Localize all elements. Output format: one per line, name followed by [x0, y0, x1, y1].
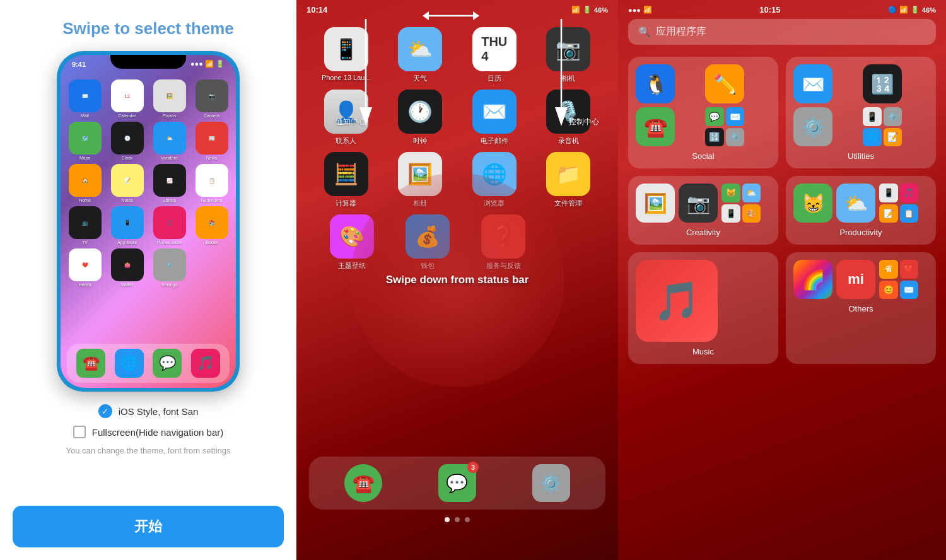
app-calendar: 12 Calendar — [108, 79, 146, 118]
productivity-folder-label: Productivity — [793, 228, 928, 237]
right-time: 10:15 — [759, 5, 780, 15]
page-dot-3 — [465, 517, 470, 522]
folder-others[interactable]: 🌈 mi 省 ❤️ 😊 ✉️ Others — [786, 252, 936, 364]
app-weather-mid: ⛅ 天气 — [388, 27, 452, 83]
app-appstore: 📱 App Store — [108, 206, 146, 245]
music-folder-label: Music — [636, 347, 771, 356]
app-clock-mid: 🕐 时钟 — [388, 90, 452, 146]
phone-time: 9:41 — [72, 61, 86, 68]
dock-phone-mid: ☎️ — [344, 464, 382, 502]
search-placeholder-text: 应用程序库 — [656, 25, 706, 38]
notification-center-label: 通知中心 — [336, 117, 366, 127]
utilities-folder-label: Utilities — [793, 151, 928, 161]
app-maps: 🗺️ Maps — [66, 122, 104, 160]
music-app-icon: 🎵 — [636, 260, 718, 342]
app-itunes: 🎵 iTunes Store — [150, 206, 189, 245]
app-stocks: 📈 Stocks — [150, 164, 189, 202]
app-camera: 📷 Camera — [192, 79, 231, 118]
social-folder-label: Social — [636, 151, 771, 161]
hint-text: You can change the theme, font from sett… — [66, 446, 230, 455]
phone-dock: ☎️ 🌐 💬 🎵 — [67, 344, 230, 383]
swipe-instruction-text: Swipe down from status bar — [386, 274, 529, 286]
dock-safari: 🌐 — [115, 349, 144, 378]
page-dot-1 — [445, 517, 450, 522]
folder-social[interactable]: 🐧 ✏️ ☎️ 💬 ✉️ 🔢 ⚙️ Social — [628, 57, 778, 168]
app-calendar-mid: THU4 日历 — [463, 27, 526, 83]
others-app-nova: 🌈 — [793, 260, 832, 299]
fullscreen-option[interactable]: Fullscreen(Hide navigation bar) — [73, 426, 223, 438]
ios-style-option[interactable]: ✓ iOS Style, font San — [98, 404, 199, 418]
phone-mockup: 9:41 ●●● 📶 🔋 ✉️ Mail 12 Calendar 🖼️ Phot… — [57, 51, 240, 392]
svg-marker-7 — [473, 11, 479, 20]
app-health: ❤️ Health — [66, 248, 104, 287]
app-library-grid: 🐧 ✏️ ☎️ 💬 ✉️ 🔢 ⚙️ Social ✉️ 🔢 ⚙️ 📱 — [628, 57, 936, 364]
left-title: Swipe to select theme — [62, 19, 234, 38]
app-weather: ⛅ Weather — [150, 122, 189, 160]
phone-notch — [110, 55, 186, 69]
social-app-phone: ☎️ — [636, 107, 675, 146]
productivity-mini-apps: 📱 🎵 📝 📋 — [879, 184, 918, 223]
creativity-app-photos: 🖼️ — [636, 184, 675, 223]
app-email: ✉️ 电子邮件 — [463, 90, 526, 146]
swipe-horizontal-arrows — [419, 6, 482, 25]
fullscreen-label: Fullscreen(Hide navigation bar) — [92, 427, 223, 438]
folder-utilities[interactable]: ✉️ 🔢 ⚙️ 📱 ⚙️ 🌐 📝 Utilities — [786, 57, 936, 168]
page-dots — [445, 517, 470, 522]
middle-time: 10:14 — [307, 5, 327, 15]
ios-style-checkbox[interactable]: ✓ — [98, 404, 112, 418]
app-home: 🏠 Home — [66, 164, 104, 202]
dock-phone: ☎️ — [76, 349, 105, 378]
creativity-folder-label: Creativity — [636, 228, 771, 237]
page-dot-2 — [455, 517, 460, 522]
app-tv: 📺 TV — [66, 206, 104, 245]
creativity-app-camera: 📷 — [679, 184, 718, 223]
folder-productivity[interactable]: 😸 ⛅ 📱 🎵 📝 📋 Productivity — [786, 176, 936, 245]
app-clock: 🕐 Clock — [108, 122, 146, 160]
phone-status-icons: ●●● 📶 🔋 — [190, 60, 225, 68]
dock-settings-mid: ⚙️ — [532, 464, 570, 502]
util-app-settings: ⚙️ — [793, 107, 832, 146]
social-mini-apps: 💬 ✉️ 🔢 ⚙️ — [705, 107, 744, 146]
start-button[interactable]: 开始 — [13, 506, 284, 547]
fullscreen-checkbox[interactable] — [73, 426, 86, 438]
others-folder-label: Others — [793, 304, 928, 313]
dock-messages-mid: 💬 3 — [438, 464, 476, 502]
control-arrow — [542, 19, 580, 132]
creativity-mini-apps: 😸 ⛅ 📱 🎨 — [721, 184, 761, 223]
app-reminders: 📋 Reminders — [192, 164, 231, 202]
app-settings: ⚙️ Settings — [150, 248, 189, 287]
app-wallet: 👛 Wallet — [108, 248, 146, 287]
search-bar[interactable]: 🔍 应用程序库 — [628, 19, 936, 45]
middle-dock: ☎️ 💬 3 ⚙️ — [309, 457, 605, 510]
right-status-bar: ●●● 📶 10:15 🔵 📶 🔋 46% — [618, 0, 946, 20]
productivity-app-cat: 😸 — [793, 184, 832, 223]
others-app-mi: mi — [836, 260, 875, 299]
social-app-qq: 🐧 — [636, 64, 675, 103]
left-panel: Swipe to select theme 9:41 ●●● 📶 🔋 ✉️ Ma… — [0, 0, 296, 560]
productivity-app-weather: ⛅ — [836, 184, 875, 223]
ios-style-label: iOS Style, font San — [119, 406, 199, 417]
svg-marker-3 — [555, 107, 568, 126]
control-center-label: 控制中心 — [569, 117, 599, 127]
phone-screen: 9:41 ●●● 📶 🔋 ✉️ Mail 12 Calendar 🖼️ Phot… — [61, 55, 236, 388]
util-app-calc: 🔢 — [863, 64, 902, 103]
app-notes: 📝 Notes — [108, 164, 146, 202]
folder-creativity[interactable]: 🖼️ 📷 😸 ⛅ 📱 🎨 Creativity — [628, 176, 778, 245]
notification-arrow — [347, 19, 385, 132]
app-filemanager: 📁 文件管理 — [537, 152, 600, 208]
others-mini-apps: 省 ❤️ 😊 ✉️ — [879, 260, 918, 299]
middle-panel: 10:14 📶 🔋 46% 📱 Phone 13 Lau... ⛅ 天气 THU… — [296, 0, 618, 560]
util-app-mail: ✉️ — [793, 64, 832, 103]
svg-marker-5 — [423, 11, 429, 20]
folder-music[interactable]: 🎵 Music — [628, 252, 778, 364]
social-app-pages: ✏️ — [705, 64, 744, 103]
search-icon: 🔍 — [638, 26, 651, 38]
app-ibooks: 📚 iBooks — [192, 206, 231, 245]
app-photos: 🖼️ Photos — [150, 79, 189, 118]
app-mail: ✉️ Mail — [66, 79, 104, 118]
dock-messages: 💬 — [153, 349, 182, 378]
app-news: 📰 News — [192, 122, 231, 160]
app-calculator: 🧮 计算器 — [315, 152, 378, 208]
right-panel: ●●● 📶 10:15 🔵 📶 🔋 46% 🔍 应用程序库 🐧 ✏️ ☎️ 💬 … — [618, 0, 946, 560]
util-mini-apps: 📱 ⚙️ 🌐 📝 — [863, 107, 902, 146]
